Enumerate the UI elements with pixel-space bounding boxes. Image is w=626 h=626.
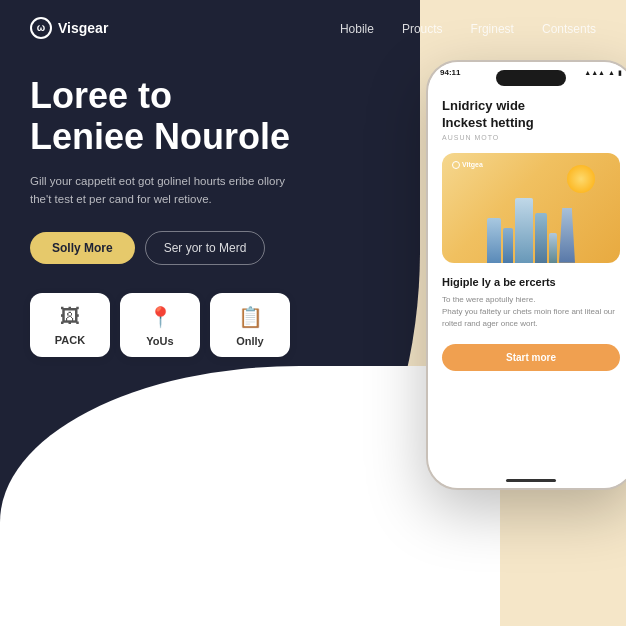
crystal-4 — [535, 213, 547, 263]
pack-label: PACK — [55, 334, 85, 346]
crystal-5 — [549, 233, 557, 263]
phone-app-subtitle: AUSUN MOTO — [442, 134, 620, 141]
phone-app-title: Lnidricy wide Inckest hetting — [442, 98, 620, 132]
onlly-icon: 📋 — [238, 305, 263, 329]
primary-button[interactable]: Solly More — [30, 232, 135, 264]
crystal-scene — [442, 178, 620, 263]
battery-icon: ▮ — [618, 69, 622, 77]
yous-icon: 📍 — [148, 305, 173, 329]
hero-subtitle: Gill your cappetit eot got golinel hourt… — [30, 172, 290, 209]
wifi-icon: ▲ — [608, 69, 615, 76]
phone-card-title: Higiple ly a be ercerts — [442, 275, 620, 289]
yous-label: YoUs — [146, 335, 173, 347]
page-wrapper: ω Visgear Hobile Proucts Frginest Contse… — [0, 0, 626, 626]
phone-time: 94:11 — [440, 68, 460, 77]
signal-icon: ▲▲▲ — [584, 69, 605, 76]
phone-screen: 94:11 ▲▲▲ ▲ ▮ Lnidricy wide Inckest hett… — [428, 62, 626, 488]
phone-start-button[interactable]: Start more — [442, 344, 620, 371]
phone-card-desc: To the were apotully hiere. Phaty you fa… — [442, 294, 620, 330]
pack-icon: 🖼 — [60, 305, 80, 328]
logo-text: Visgear — [58, 20, 108, 36]
nav-item-hobile[interactable]: Hobile — [340, 19, 374, 37]
feature-card-yous[interactable]: 📍 YoUs — [120, 293, 200, 357]
hero-content: Loree to Leniee Nourole Gill your cappet… — [30, 75, 370, 357]
navbar: ω Visgear Hobile Proucts Frginest Contse… — [0, 0, 626, 55]
phone-mockup: 94:11 ▲▲▲ ▲ ▮ Lnidricy wide Inckest hett… — [426, 60, 626, 490]
phone-status-icons: ▲▲▲ ▲ ▮ — [584, 69, 622, 77]
buttons-row: Solly More Ser yor to Merd — [30, 231, 370, 265]
phone-card-image: Vitgea — [442, 153, 620, 263]
phone-status-bar: 94:11 ▲▲▲ ▲ ▮ — [440, 68, 622, 77]
logo-small-icon — [452, 161, 460, 169]
phone-home-bar — [506, 479, 556, 482]
phone-logo-small: Vitgea — [452, 161, 483, 169]
crystal-3 — [515, 198, 533, 263]
logo-icon: ω — [30, 17, 52, 39]
crystal-1 — [487, 218, 501, 263]
crystal-2 — [503, 228, 513, 263]
nav-links: Hobile Proucts Frginest Contsents — [340, 19, 596, 37]
nav-item-frginest[interactable]: Frginest — [471, 19, 514, 37]
onlly-label: Onlly — [236, 335, 264, 347]
outline-button[interactable]: Ser yor to Merd — [145, 231, 266, 265]
feature-card-onlly[interactable]: 📋 Onlly — [210, 293, 290, 357]
logo: ω Visgear — [30, 17, 108, 39]
feature-card-pack[interactable]: 🖼 PACK — [30, 293, 110, 357]
nav-item-contsents[interactable]: Contsents — [542, 19, 596, 37]
phone-outer: 94:11 ▲▲▲ ▲ ▮ Lnidricy wide Inckest hett… — [426, 60, 626, 490]
hero-title: Loree to Leniee Nourole — [30, 75, 370, 158]
nav-item-proucts[interactable]: Proucts — [402, 19, 443, 37]
feature-cards: 🖼 PACK 📍 YoUs 📋 Onlly — [30, 293, 370, 357]
crystal-6 — [559, 208, 575, 263]
